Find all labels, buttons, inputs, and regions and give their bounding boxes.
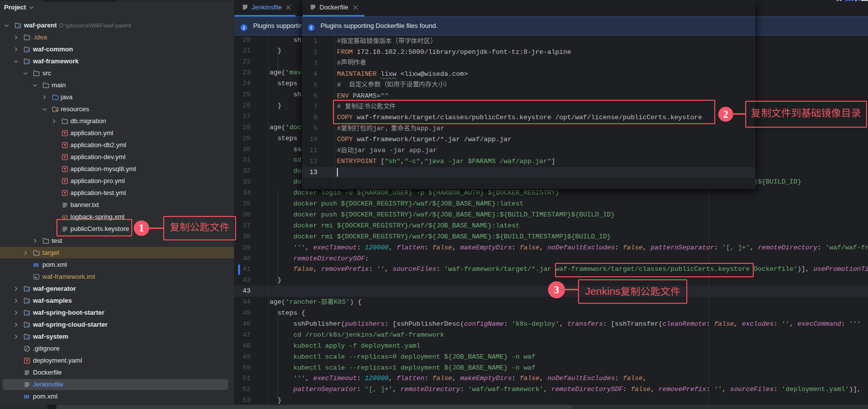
svg-text:m: m — [24, 393, 29, 400]
svg-text:m: m — [33, 261, 39, 268]
